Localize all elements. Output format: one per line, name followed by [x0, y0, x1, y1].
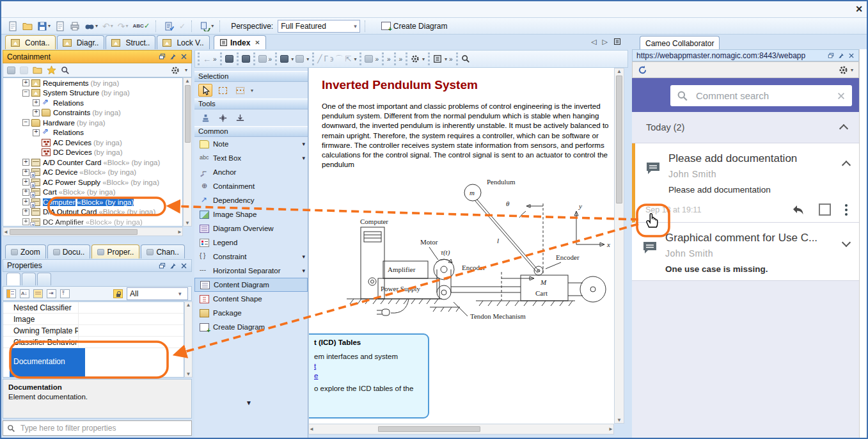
- comment-search-input[interactable]: [695, 90, 830, 102]
- tree-item[interactable]: Hardware (by inga): [3, 118, 182, 128]
- tree-options-gear-icon[interactable]: [171, 66, 180, 75]
- pin-panel-icon[interactable]: [170, 53, 177, 60]
- update-project-button[interactable]: ▾: [199, 19, 215, 33]
- diagram-properties-icon[interactable]: [242, 55, 250, 63]
- property-value[interactable]: [79, 325, 184, 336]
- tree-item[interactable]: Cart «Block» (by inga): [3, 188, 182, 198]
- close-panel-icon[interactable]: [848, 52, 855, 59]
- palette-item[interactable]: Anchor ▾: [194, 165, 308, 179]
- menu-item[interactable]: [97, 8, 109, 12]
- palette-item-dropdown-icon[interactable]: ▾: [302, 253, 305, 260]
- close-window-icon[interactable]: ✕: [855, 4, 863, 14]
- select-tool-button[interactable]: [198, 84, 212, 97]
- comment-card[interactable]: Please add documentation John Smith Plea…: [632, 143, 859, 223]
- property-table-scrollbar[interactable]: ▲▼: [184, 301, 193, 378]
- property-value[interactable]: [79, 337, 184, 347]
- expand-nodes-icon[interactable]: [47, 289, 56, 298]
- new-project-button[interactable]: [6, 19, 19, 33]
- palette-item[interactable]: Image Shape ▾: [194, 207, 308, 221]
- tree-item[interactable]: Requirements (by inga): [3, 78, 182, 88]
- properties-tab[interactable]: [37, 273, 51, 285]
- commit-check-icon[interactable]: ✓: [178, 19, 187, 33]
- tree-item[interactable]: AC Device «Block» (by inga): [3, 168, 182, 178]
- palette-item-dropdown-icon[interactable]: ▾: [302, 267, 305, 274]
- categorized-view-icon[interactable]: [6, 289, 16, 298]
- comment-collapse-chevron-up-icon[interactable]: [842, 160, 850, 168]
- diagram-options-gear-icon[interactable]: [411, 54, 420, 63]
- left-bottom-tab[interactable]: Proper..: [91, 244, 139, 259]
- left-panel-tab[interactable]: Diagr..: [57, 35, 105, 49]
- menu-item[interactable]: [123, 8, 134, 12]
- palette-item[interactable]: Create Diagram ▾: [194, 320, 308, 334]
- comment-card[interactable]: Graphical comment for Use C... John Smit…: [632, 223, 859, 281]
- diagram-canvas[interactable]: Inverted Pendulum System One of the most…: [308, 68, 614, 424]
- line-rectilinear-icon[interactable]: Γ: [324, 54, 328, 63]
- tree-item[interactable]: Computer «Block» (by inga): [3, 197, 182, 207]
- show-containment-icon[interactable]: [225, 55, 233, 63]
- kebab-menu-icon[interactable]: [845, 204, 848, 216]
- multi-select-button[interactable]: [233, 84, 247, 97]
- tree-item[interactable]: AC Devices (by inga): [3, 138, 182, 148]
- tree-expander-icon[interactable]: [22, 189, 29, 196]
- tree-expander-icon[interactable]: [33, 129, 40, 136]
- menu-item[interactable]: [33, 8, 45, 12]
- redo-button[interactable]: ↷▾: [116, 19, 130, 33]
- property-filter-input[interactable]: [19, 423, 187, 433]
- tree-item[interactable]: DC Amplifier «Block» (by inga): [3, 217, 182, 227]
- tree-expander-icon[interactable]: [22, 179, 29, 186]
- menu-item[interactable]: [20, 8, 32, 12]
- tree-expander-icon[interactable]: [33, 149, 40, 156]
- save-button[interactable]: ▾: [36, 19, 52, 33]
- align-shapes-icon[interactable]: [365, 55, 373, 63]
- property-value[interactable]: [79, 302, 184, 313]
- copy-icon[interactable]: [258, 55, 267, 63]
- left-bottom-tab[interactable]: Zoom: [5, 244, 46, 259]
- left-panel-tab[interactable]: Lock V..: [157, 35, 209, 49]
- vertical-split-tool-button[interactable]: [216, 111, 230, 124]
- line-curve-icon[interactable]: ⌒: [335, 54, 343, 65]
- layout-icon[interactable]: [433, 54, 442, 63]
- find-button[interactable]: ▾: [83, 19, 99, 33]
- property-row-documentation[interactable]: Documentation: [3, 348, 184, 378]
- menu-item[interactable]: [46, 8, 58, 12]
- comment-expand-chevron-down-icon[interactable]: [842, 239, 850, 247]
- tree-expander-icon[interactable]: [22, 198, 29, 205]
- tree-expander-icon[interactable]: [22, 169, 29, 176]
- tree-item[interactable]: A/D Counter Card «Block» (by inga): [3, 157, 182, 168]
- float-panel-icon[interactable]: [159, 53, 166, 60]
- tab-scroll-right-icon[interactable]: ▷: [602, 38, 607, 46]
- palette-item-dropdown-icon[interactable]: ▾: [302, 141, 305, 147]
- line-bezier-icon[interactable]: ϶: [330, 54, 333, 63]
- collapse-all-icon[interactable]: [7, 67, 15, 74]
- comments-group-header[interactable]: Today (2): [632, 112, 859, 143]
- tree-item[interactable]: Relations: [3, 128, 182, 138]
- palette-item[interactable]: Text Box ▾: [194, 151, 308, 165]
- tab-cameo-collaborator[interactable]: Cameo Collaborator: [640, 36, 720, 50]
- left-bottom-tab[interactable]: Docu..: [47, 244, 91, 259]
- sort-alphabetically-icon[interactable]: [20, 289, 29, 298]
- menu-item[interactable]: [84, 8, 96, 12]
- close-tab-icon[interactable]: ✕: [255, 39, 260, 46]
- favorites-star-icon[interactable]: [47, 65, 56, 75]
- undo-button[interactable]: ↶▾: [101, 19, 114, 33]
- tab-index[interactable]: Index ✕: [214, 35, 266, 49]
- menu-item[interactable]: [136, 8, 147, 12]
- create-diagram-button[interactable]: Create Diagram: [377, 19, 452, 33]
- perspective-select[interactable]: Full Featured▾: [278, 20, 360, 33]
- pin-panel-icon[interactable]: [838, 52, 844, 59]
- documentation-property-value[interactable]: [85, 348, 184, 378]
- collapse-nodes-icon[interactable]: [60, 289, 70, 298]
- collapse-selected-icon[interactable]: [20, 67, 28, 74]
- palette-item[interactable]: Horizontal Separator ▾: [194, 264, 308, 278]
- tree-expander-icon[interactable]: [22, 209, 29, 216]
- hierarchy-icon[interactable]: [280, 55, 288, 63]
- palette-item[interactable]: Dependency ▾: [194, 193, 308, 207]
- property-filter-select[interactable]: All▾: [127, 287, 188, 300]
- palette-item[interactable]: Note ▾: [194, 137, 308, 151]
- tree-item[interactable]: Relations: [3, 98, 182, 108]
- open-project-button[interactable]: [21, 19, 34, 33]
- tree-item[interactable]: AC Power Supply «Block» (by inga): [3, 177, 182, 188]
- print-button[interactable]: [68, 19, 81, 33]
- tree-item[interactable]: DC Devices (by inga): [3, 148, 182, 158]
- note-link[interactable]: t: [314, 362, 423, 370]
